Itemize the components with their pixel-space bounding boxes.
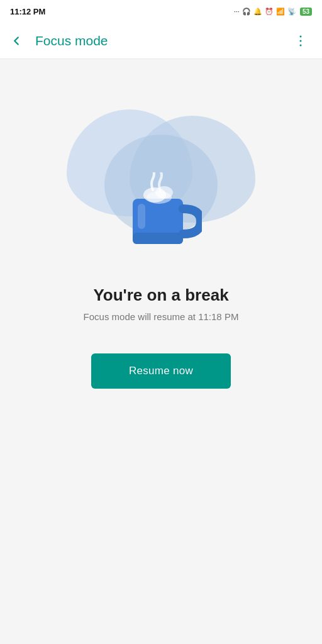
status-icons: ··· 🎧 🔔 ⏰ 📶 📡 53 — [234, 8, 312, 16]
svg-rect-4 — [133, 233, 183, 244]
more-options-button[interactable] — [287, 27, 314, 55]
battery-indicator: 53 — [300, 8, 312, 16]
alarm-icon: ⏰ — [265, 8, 274, 16]
signal-dots-icon: ··· — [234, 8, 240, 15]
status-bar: 11:12 PM ··· 🎧 🔔 ⏰ 📶 📡 53 — [0, 0, 322, 23]
svg-point-1 — [300, 40, 302, 42]
svg-rect-5 — [138, 204, 145, 229]
status-time: 11:12 PM — [10, 7, 45, 16]
svg-point-0 — [300, 35, 302, 37]
break-heading: You're on a break — [93, 286, 228, 305]
resume-now-button[interactable]: Resume now — [91, 353, 231, 389]
break-illustration — [60, 97, 262, 260]
page-title: Focus mode — [35, 33, 108, 48]
signal-icon: 📶 — [276, 8, 285, 16]
back-button[interactable] — [3, 27, 30, 55]
headphone-icon: 🎧 — [242, 8, 251, 16]
app-bar-left: Focus mode — [3, 27, 108, 55]
svg-point-8 — [147, 191, 172, 204]
main-content: You're on a break Focus mode will resume… — [0, 59, 322, 644]
notification-icon: 🔔 — [253, 8, 262, 16]
wifi-icon: 📡 — [287, 8, 296, 16]
app-bar: Focus mode — [0, 23, 322, 59]
coffee-mug-icon — [120, 172, 202, 254]
svg-point-2 — [300, 44, 302, 46]
break-subheading: Focus mode will resume at 11:18 PM — [84, 311, 239, 322]
